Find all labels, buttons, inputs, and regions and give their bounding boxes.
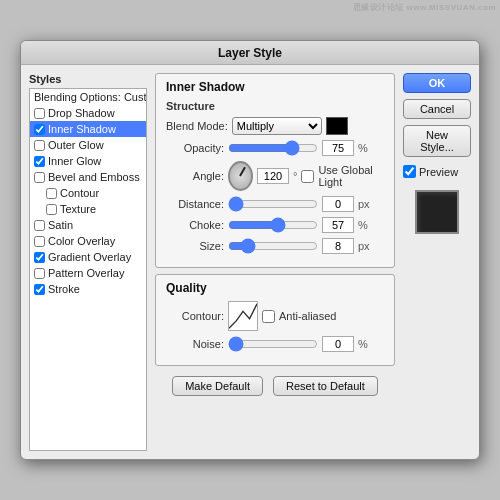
- choke-slider[interactable]: [228, 218, 318, 232]
- opacity-row: Opacity: 75 %: [166, 140, 384, 156]
- style-checkbox-inner-shadow[interactable]: [34, 124, 45, 135]
- global-light-checkbox[interactable]: [301, 170, 314, 183]
- size-slider[interactable]: [228, 239, 318, 253]
- angle-unit: °: [293, 170, 297, 182]
- style-checkbox-outer-glow[interactable]: [34, 140, 45, 151]
- style-checkbox-pattern-overlay[interactable]: [34, 268, 45, 279]
- style-checkbox-texture[interactable]: [46, 204, 57, 215]
- style-item-blending[interactable]: Blending Options: Custom: [30, 89, 146, 105]
- choke-unit: %: [358, 219, 368, 231]
- size-row: Size: 8 px: [166, 238, 384, 254]
- styles-panel: Styles Blending Options: CustomDrop Shad…: [29, 73, 147, 451]
- style-item-gradient-overlay[interactable]: Gradient Overlay: [30, 249, 146, 265]
- distance-unit: px: [358, 198, 370, 210]
- choke-input[interactable]: 57: [322, 217, 354, 233]
- reset-to-default-button[interactable]: Reset to Default: [273, 376, 378, 396]
- style-item-inner-shadow[interactable]: Inner Shadow: [30, 121, 146, 137]
- quality-section: Quality Contour: Anti-aliased Noise:: [155, 274, 395, 366]
- style-checkbox-contour[interactable]: [46, 188, 57, 199]
- preview-swatch: [415, 190, 459, 234]
- anti-aliased-checkbox[interactable]: [262, 310, 275, 323]
- noise-input[interactable]: 0: [322, 336, 354, 352]
- dialog-title: Layer Style 思缘设计论坛 www.MISSVUAN.com: [21, 41, 479, 65]
- bottom-buttons: Make Default Reset to Default: [155, 376, 395, 396]
- style-checkbox-drop-shadow[interactable]: [34, 108, 45, 119]
- watermark: 思缘设计论坛 www.MISSVUAN.com: [353, 2, 496, 13]
- style-checkbox-color-overlay[interactable]: [34, 236, 45, 247]
- opacity-unit: %: [358, 142, 368, 154]
- dialog-body: Styles Blending Options: CustomDrop Shad…: [21, 65, 479, 459]
- style-item-contour[interactable]: Contour: [30, 185, 146, 201]
- make-default-button[interactable]: Make Default: [172, 376, 263, 396]
- angle-row: Angle: 120 ° Use Global Light: [166, 161, 384, 191]
- blend-mode-row: Blend Mode: NormalDissolveMultiplyScreen…: [166, 117, 384, 135]
- center-panel: Inner Shadow Structure Blend Mode: Norma…: [155, 73, 395, 451]
- styles-panel-label: Styles: [29, 73, 147, 85]
- style-checkbox-stroke[interactable]: [34, 284, 45, 295]
- style-item-satin[interactable]: Satin: [30, 217, 146, 233]
- angle-dial[interactable]: [228, 161, 253, 191]
- blend-mode-label: Blend Mode:: [166, 120, 228, 132]
- contour-row: Contour: Anti-aliased: [166, 301, 384, 331]
- opacity-input[interactable]: 75: [322, 140, 354, 156]
- distance-label: Distance:: [166, 198, 224, 210]
- distance-slider[interactable]: [228, 197, 318, 211]
- style-checkbox-bevel-emboss[interactable]: [34, 172, 45, 183]
- noise-row: Noise: 0 %: [166, 336, 384, 352]
- style-item-bevel-emboss[interactable]: Bevel and Emboss: [30, 169, 146, 185]
- preview-row: Preview: [403, 165, 471, 178]
- angle-label: Angle:: [166, 170, 224, 182]
- color-swatch[interactable]: [326, 117, 348, 135]
- opacity-slider[interactable]: [228, 141, 318, 155]
- angle-input[interactable]: 120: [257, 168, 289, 184]
- styles-list: Blending Options: CustomDrop ShadowInner…: [29, 88, 147, 451]
- noise-slider[interactable]: [228, 337, 318, 351]
- style-checkbox-inner-glow[interactable]: [34, 156, 45, 167]
- preview-checkbox[interactable]: [403, 165, 416, 178]
- style-item-drop-shadow[interactable]: Drop Shadow: [30, 105, 146, 121]
- inner-shadow-title: Inner Shadow: [166, 80, 384, 94]
- size-unit: px: [358, 240, 370, 252]
- preview-label: Preview: [419, 166, 458, 178]
- contour-label: Contour:: [166, 310, 224, 322]
- new-style-button[interactable]: New Style...: [403, 125, 471, 157]
- quality-title: Quality: [166, 281, 384, 295]
- blend-mode-select[interactable]: NormalDissolveMultiplyScreenOverlaySoft …: [232, 117, 322, 135]
- choke-label: Choke:: [166, 219, 224, 231]
- style-item-pattern-overlay[interactable]: Pattern Overlay: [30, 265, 146, 281]
- size-input[interactable]: 8: [322, 238, 354, 254]
- style-item-stroke[interactable]: Stroke: [30, 281, 146, 297]
- global-light-label: Use Global Light: [318, 164, 384, 188]
- noise-unit: %: [358, 338, 368, 350]
- distance-row: Distance: 0 px: [166, 196, 384, 212]
- cancel-button[interactable]: Cancel: [403, 99, 471, 119]
- style-item-texture[interactable]: Texture: [30, 201, 146, 217]
- style-checkbox-satin[interactable]: [34, 220, 45, 231]
- layer-style-dialog: Layer Style 思缘设计论坛 www.MISSVUAN.com Styl…: [20, 40, 480, 460]
- noise-label: Noise:: [166, 338, 224, 350]
- ok-button[interactable]: OK: [403, 73, 471, 93]
- choke-row: Choke: 57 %: [166, 217, 384, 233]
- size-label: Size:: [166, 240, 224, 252]
- style-item-color-overlay[interactable]: Color Overlay: [30, 233, 146, 249]
- anti-aliased-label: Anti-aliased: [279, 310, 336, 322]
- right-panel: OK Cancel New Style... Preview: [403, 73, 471, 451]
- style-item-outer-glow[interactable]: Outer Glow: [30, 137, 146, 153]
- contour-thumbnail[interactable]: [228, 301, 258, 331]
- inner-shadow-section: Inner Shadow Structure Blend Mode: Norma…: [155, 73, 395, 268]
- opacity-label: Opacity:: [166, 142, 224, 154]
- style-checkbox-gradient-overlay[interactable]: [34, 252, 45, 263]
- style-item-inner-glow[interactable]: Inner Glow: [30, 153, 146, 169]
- structure-subtitle: Structure: [166, 100, 384, 112]
- distance-input[interactable]: 0: [322, 196, 354, 212]
